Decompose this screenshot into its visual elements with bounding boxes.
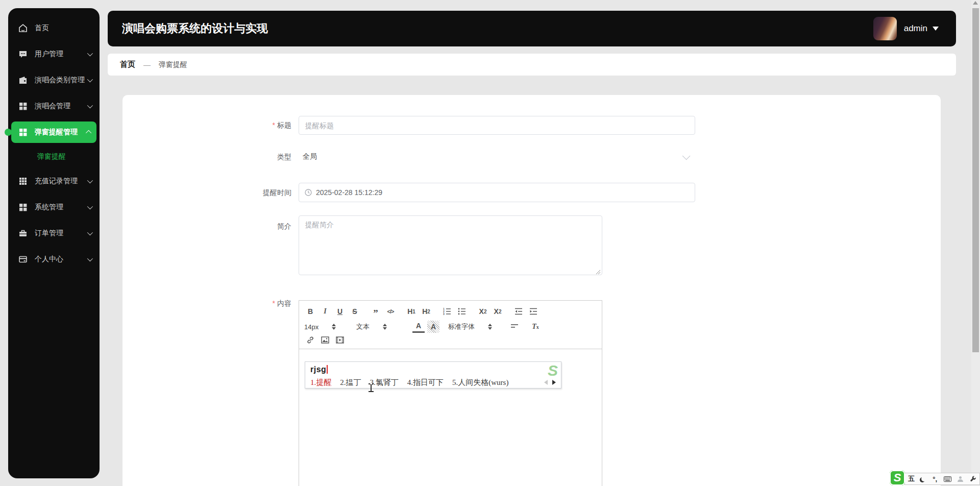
- sidebar-item-concert-mgmt[interactable]: 演唱会管理: [11, 95, 96, 117]
- keyboard-icon[interactable]: [944, 473, 951, 484]
- align-icon[interactable]: [508, 321, 521, 333]
- reminder-time-input[interactable]: 2025-02-28 15:12:29: [299, 183, 695, 202]
- moon-icon[interactable]: [921, 473, 926, 484]
- scrollbar-thumb[interactable]: [972, 8, 979, 352]
- video-icon[interactable]: [334, 334, 346, 346]
- sidebar-subitem-popup-reminder[interactable]: 弹窗提醒: [8, 148, 100, 166]
- background-color-button[interactable]: A: [427, 321, 439, 333]
- wallet-icon: [18, 76, 28, 85]
- content-card: *标题 类型 全局 提醒时间 2025-02-28 15:12:29 简介 *内…: [122, 95, 941, 486]
- card-icon: [18, 255, 28, 264]
- rich-text-editor: B I U S ” </> H1 H2 123 X2 X2: [299, 300, 602, 486]
- field-label-intro: 简介: [202, 221, 291, 231]
- user-name[interactable]: admin: [904, 23, 927, 34]
- strikethrough-button[interactable]: S: [349, 305, 361, 318]
- superscript-button[interactable]: X2: [492, 305, 504, 318]
- breadcrumb-home[interactable]: 首页: [120, 60, 135, 69]
- sidebar-item-label: 充值记录管理: [35, 177, 87, 186]
- chevron-down-icon: [682, 152, 691, 160]
- type-select[interactable]: 全局: [299, 147, 695, 166]
- sidebar-item-recharge-records[interactable]: 充值记录管理: [11, 171, 96, 192]
- link-icon[interactable]: [304, 334, 316, 346]
- italic-button[interactable]: I: [319, 305, 331, 318]
- sidebar-item-home[interactable]: 首页: [11, 17, 96, 39]
- field-label-type: 类型: [202, 152, 291, 162]
- header-style-select[interactable]: 文本: [356, 322, 405, 331]
- code-block-button[interactable]: </>: [384, 305, 397, 318]
- chevron-down-icon: [87, 103, 93, 108]
- title-input[interactable]: [299, 116, 695, 135]
- chevron-down-icon: [87, 230, 93, 235]
- sidebar-item-label: 系统管理: [35, 203, 87, 212]
- scrollbar-up-arrow[interactable]: [973, 1, 978, 5]
- ime-composition-text: rjsg: [310, 365, 326, 374]
- spinner-arrows-icon: [383, 324, 387, 330]
- sidebar-item-users[interactable]: 用户管理: [11, 43, 96, 65]
- ordered-list-icon[interactable]: 123: [441, 305, 453, 318]
- breadcrumb: 首页 — 弹窗提醒: [108, 54, 956, 76]
- scrollbar: [971, 0, 980, 486]
- sidebar-item-label: 演唱会管理: [35, 102, 87, 111]
- header1-button[interactable]: H1: [405, 305, 418, 318]
- field-label-time: 提醒时间: [202, 187, 291, 198]
- sogou-logo-icon[interactable]: S: [890, 470, 905, 485]
- header2-button[interactable]: H2: [420, 305, 432, 318]
- ime-next-page-icon[interactable]: [552, 380, 556, 385]
- indent-icon[interactable]: [527, 305, 540, 318]
- chevron-down-icon: [87, 77, 93, 82]
- bold-button[interactable]: B: [304, 305, 316, 318]
- ime-candidate[interactable]: 1.提醒: [310, 378, 331, 387]
- ime-caret: [327, 365, 328, 374]
- user-dropdown-icon[interactable]: [933, 27, 939, 31]
- sidebar: 首页 用户管理 演唱会类别管理 演唱会管理 弹窗提醒管理 弹窗提醒 充: [8, 8, 100, 478]
- home-icon: [18, 23, 28, 33]
- person-icon[interactable]: [958, 473, 963, 484]
- intro-textarea[interactable]: [299, 215, 602, 275]
- bullet-list-icon[interactable]: [456, 305, 468, 318]
- underline-button[interactable]: U: [334, 305, 346, 318]
- chevron-down-icon: [87, 51, 93, 56]
- ime-candidate[interactable]: 5.人间失格(wurs): [452, 378, 508, 387]
- text-color-button[interactable]: A: [412, 321, 425, 333]
- sidebar-item-popup-reminder-mgmt[interactable]: 弹窗提醒管理: [11, 121, 96, 143]
- outdent-icon[interactable]: [512, 305, 525, 318]
- font-family-select[interactable]: 标准字体: [448, 322, 501, 331]
- font-size-select[interactable]: 14px: [304, 323, 349, 331]
- spinner-arrows-icon: [332, 324, 336, 330]
- wrench-icon[interactable]: [970, 473, 976, 484]
- reminder-time-value: 2025-02-28 15:12:29: [316, 188, 382, 197]
- sidebar-item-label: 用户管理: [35, 50, 87, 59]
- clock-icon: [305, 189, 312, 196]
- avatar[interactable]: [873, 17, 897, 40]
- image-icon[interactable]: [319, 334, 331, 346]
- required-mark: *: [273, 299, 275, 307]
- grid-icon: [18, 128, 28, 137]
- required-mark: *: [273, 121, 275, 129]
- svg-text:3: 3: [443, 312, 445, 315]
- subscript-button[interactable]: X2: [477, 305, 489, 318]
- sidebar-item-concert-category[interactable]: 演唱会类别管理: [11, 69, 96, 91]
- sidebar-item-label: 个人中心: [35, 255, 87, 264]
- ime-candidate[interactable]: 4.指日可下: [407, 378, 444, 387]
- spinner-arrows-icon: [488, 324, 492, 330]
- ime-prev-page-icon[interactable]: [544, 380, 548, 385]
- type-select-value: 全局: [303, 152, 317, 161]
- sidebar-item-label: 订单管理: [35, 229, 87, 238]
- clean-format-button[interactable]: Tx: [529, 321, 542, 333]
- sidebar-item-system-mgmt[interactable]: 系统管理: [11, 197, 96, 218]
- ime-candidate-window: rjsg S 1.提醒 2.揾丁 3.氯肾丁 4.指日可下 5.人间失格(wur…: [305, 361, 561, 388]
- chat-icon: [18, 50, 28, 59]
- sidebar-item-order-mgmt[interactable]: 订单管理: [11, 223, 96, 244]
- sidebar-subitem-label: 弹窗提醒: [37, 152, 66, 161]
- ime-candidate[interactable]: 2.揾丁: [340, 378, 361, 387]
- grid-icon: [18, 102, 28, 111]
- blockquote-button[interactable]: ”: [370, 305, 382, 318]
- sidebar-item-label: 首页: [35, 23, 91, 33]
- ime-candidate[interactable]: 3.氯肾丁: [370, 378, 399, 387]
- ime-punctuation-mode[interactable]: °,: [933, 473, 937, 484]
- header-bar: 演唱会购票系统的设计与实现 admin: [108, 11, 956, 46]
- sidebar-item-personal-center[interactable]: 个人中心: [11, 249, 96, 270]
- field-label-content: *内容: [202, 298, 291, 308]
- ime-wubi-mode[interactable]: 五: [908, 473, 915, 484]
- page-title: 演唱会购票系统的设计与实现: [122, 21, 873, 36]
